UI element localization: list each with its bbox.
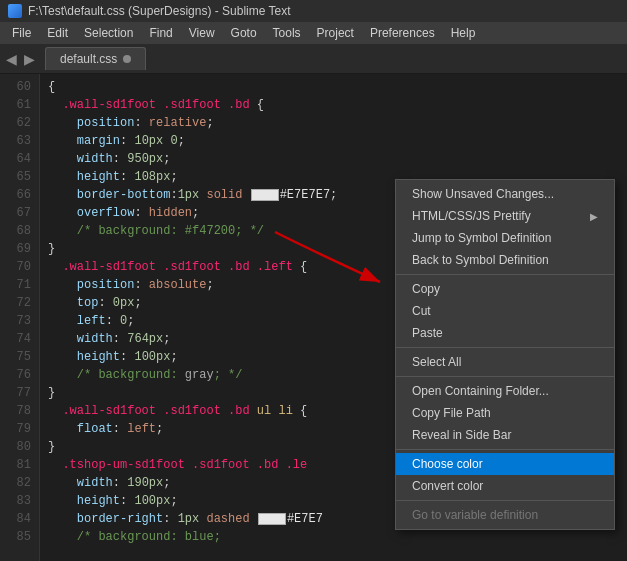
tab-default-css[interactable]: default.css [45,47,146,70]
ctx-label: HTML/CSS/JS Prettify [412,209,531,223]
tab-label: default.css [60,52,117,66]
title-bar: F:\Test\default.css (SuperDesigns) - Sub… [0,0,627,22]
ctx-sep-2 [396,347,614,348]
menu-selection[interactable]: Selection [76,24,141,42]
menu-project[interactable]: Project [309,24,362,42]
ctx-open-folder[interactable]: Open Containing Folder... [396,380,614,402]
menu-edit[interactable]: Edit [39,24,76,42]
ctx-label: Convert color [412,479,483,493]
ctx-label: Show Unsaved Changes... [412,187,554,201]
code-line-61: .wall-sd1foot .sd1foot .bd { [48,96,619,114]
ctx-label: Choose color [412,457,483,471]
ctx-label: Back to Symbol Definition [412,253,549,267]
ctx-copy[interactable]: Copy [396,278,614,300]
menu-find[interactable]: Find [141,24,180,42]
ctx-prettify[interactable]: HTML/CSS/JS Prettify ▶ [396,205,614,227]
ctx-paste[interactable]: Paste [396,322,614,344]
line-num: 75 [4,348,31,366]
line-num: 85 [4,528,31,546]
title-text: F:\Test\default.css (SuperDesigns) - Sub… [28,4,291,18]
line-num: 71 [4,276,31,294]
ctx-sep-5 [396,500,614,501]
ctx-label: Jump to Symbol Definition [412,231,551,245]
line-num: 68 [4,222,31,240]
ctx-copy-path[interactable]: Copy File Path [396,402,614,424]
code-line-63: margin: 10px 0; [48,132,619,150]
line-num: 73 [4,312,31,330]
tab-close[interactable] [123,55,131,63]
nav-arrows: ◀ ▶ [4,51,37,67]
ctx-submenu-arrow: ▶ [590,211,598,222]
ctx-label: Paste [412,326,443,340]
line-num: 77 [4,384,31,402]
ctx-label: Copy [412,282,440,296]
code-line-85: /* background: blue; [48,528,619,546]
line-num: 78 [4,402,31,420]
line-num: 65 [4,168,31,186]
nav-back[interactable]: ◀ [4,51,19,67]
app-icon [8,4,22,18]
ctx-select-all[interactable]: Select All [396,351,614,373]
line-num: 66 [4,186,31,204]
ctx-convert-color[interactable]: Convert color [396,475,614,497]
ctx-reveal-sidebar[interactable]: Reveal in Side Bar [396,424,614,446]
menu-goto[interactable]: Goto [223,24,265,42]
code-line-62: position: relative; [48,114,619,132]
ctx-back-symbol[interactable]: Back to Symbol Definition [396,249,614,271]
menu-bar: File Edit Selection Find View Goto Tools… [0,22,627,44]
code-line-64: width: 950px; [48,150,619,168]
line-num: 84 [4,510,31,528]
ctx-goto-variable: Go to variable definition [396,504,614,526]
line-num: 76 [4,366,31,384]
ctx-label: Reveal in Side Bar [412,428,511,442]
line-num: 61 [4,96,31,114]
editor-area: 60 61 62 63 64 65 66 67 68 69 70 71 72 7… [0,74,627,561]
line-num: 74 [4,330,31,348]
menu-preferences[interactable]: Preferences [362,24,443,42]
line-numbers: 60 61 62 63 64 65 66 67 68 69 70 71 72 7… [0,74,40,561]
context-menu: Show Unsaved Changes... HTML/CSS/JS Pret… [395,179,615,530]
line-num: 70 [4,258,31,276]
line-num: 82 [4,474,31,492]
ctx-sep-1 [396,274,614,275]
ctx-label: Cut [412,304,431,318]
line-num: 60 [4,78,31,96]
line-num: 63 [4,132,31,150]
line-num: 62 [4,114,31,132]
ctx-label: Go to variable definition [412,508,538,522]
menu-help[interactable]: Help [443,24,484,42]
menu-file[interactable]: File [4,24,39,42]
line-num: 81 [4,456,31,474]
line-num: 72 [4,294,31,312]
line-num: 79 [4,420,31,438]
line-num: 67 [4,204,31,222]
ctx-label: Open Containing Folder... [412,384,549,398]
line-num: 64 [4,150,31,168]
nav-forward[interactable]: ▶ [22,51,37,67]
code-line-60: { [48,78,619,96]
ctx-jump-symbol[interactable]: Jump to Symbol Definition [396,227,614,249]
ctx-sep-4 [396,449,614,450]
ctx-sep-3 [396,376,614,377]
ctx-cut[interactable]: Cut [396,300,614,322]
menu-tools[interactable]: Tools [265,24,309,42]
line-num: 69 [4,240,31,258]
tab-bar: ◀ ▶ default.css [0,44,627,74]
line-num: 83 [4,492,31,510]
menu-view[interactable]: View [181,24,223,42]
ctx-label: Select All [412,355,461,369]
ctx-label: Copy File Path [412,406,491,420]
ctx-show-unsaved[interactable]: Show Unsaved Changes... [396,183,614,205]
line-num: 80 [4,438,31,456]
ctx-choose-color[interactable]: Choose color [396,453,614,475]
